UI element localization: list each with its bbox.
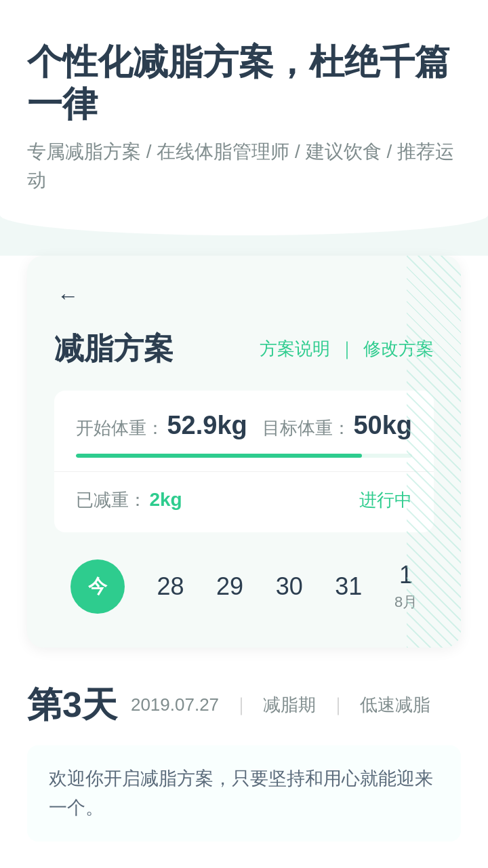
weight-start-label: 开始体重： bbox=[76, 418, 164, 438]
header-subtitle: 专属减脂方案 / 在线体脂管理师 / 建议饮食 / 推荐运动 bbox=[27, 138, 461, 195]
weight-target-label: 目标体重： bbox=[262, 418, 350, 438]
pipe-2: ｜ bbox=[329, 693, 346, 717]
calendar-today[interactable]: 今 bbox=[70, 559, 125, 614]
lost-label: 已减重： bbox=[76, 490, 146, 510]
calendar-day-29[interactable]: 29 bbox=[216, 572, 243, 601]
weight-row: 开始体重： 52.9kg 目标体重： 50kg bbox=[76, 411, 412, 440]
welcome-text: 欢迎你开启减脂方案，只要坚持和用心就能迎来一个。 bbox=[27, 745, 461, 842]
pipe-1: ｜ bbox=[232, 693, 249, 717]
tag-low-speed: 低速减脂 bbox=[360, 693, 430, 717]
day-number: 第3天 bbox=[27, 682, 117, 729]
decorative-pattern bbox=[407, 256, 461, 648]
action-divider: ｜ bbox=[338, 337, 355, 361]
wave-separator bbox=[0, 215, 488, 256]
back-arrow-icon: ← bbox=[57, 283, 79, 309]
calendar-row: 今 28 29 30 31 1 8月 bbox=[54, 546, 434, 620]
header-section: 个性化减脂方案，杜绝千篇一律 专属减脂方案 / 在线体脂管理师 / 建议饮食 /… bbox=[0, 0, 488, 215]
day-31: 31 bbox=[335, 572, 362, 601]
back-button[interactable]: ← bbox=[54, 283, 81, 310]
day-header: 第3天 2019.07.27 ｜ 减脂期 ｜ 低速减脂 bbox=[27, 682, 461, 729]
day-29: 29 bbox=[216, 572, 243, 601]
weight-box: 开始体重： 52.9kg 目标体重： 50kg 已减重： 2kg 进行中 bbox=[54, 391, 434, 532]
lost-info: 已减重： 2kg bbox=[76, 488, 182, 512]
weight-start-value: 52.9kg bbox=[167, 411, 247, 439]
weight-start: 开始体重： 52.9kg bbox=[76, 411, 247, 440]
lost-row: 已减重： 2kg 进行中 bbox=[76, 488, 412, 512]
today-circle: 今 bbox=[70, 559, 125, 614]
today-label: 今 bbox=[88, 574, 107, 599]
action-explain-button[interactable]: 方案说明 bbox=[260, 337, 330, 361]
lost-value: 2kg bbox=[149, 489, 182, 510]
calendar-day-28[interactable]: 28 bbox=[157, 572, 184, 601]
card-header: 减脂方案 方案说明 ｜ 修改方案 bbox=[54, 329, 434, 369]
weight-target-value: 50kg bbox=[353, 411, 412, 439]
weight-target: 目标体重： 50kg bbox=[262, 411, 412, 440]
progress-fill bbox=[76, 454, 362, 458]
day-30: 30 bbox=[276, 572, 303, 601]
day-28: 28 bbox=[157, 572, 184, 601]
header-title: 个性化减脂方案，杜绝千篇一律 bbox=[27, 41, 461, 125]
calendar-day-30[interactable]: 30 bbox=[276, 572, 303, 601]
day-date: 2019.07.27 bbox=[131, 694, 219, 715]
status-badge: 进行中 bbox=[359, 488, 412, 512]
calendar-day-31[interactable]: 31 bbox=[335, 572, 362, 601]
card-title: 减脂方案 bbox=[54, 329, 174, 369]
day-section: 第3天 2019.07.27 ｜ 减脂期 ｜ 低速减脂 欢迎你开启减脂方案，只要… bbox=[27, 682, 461, 842]
divider bbox=[54, 471, 434, 472]
progress-bar bbox=[76, 454, 412, 458]
tag-fat-period: 减脂期 bbox=[263, 693, 316, 717]
main-card: ← 减脂方案 方案说明 ｜ 修改方案 开始体重： 52.9kg 目标体重： 50… bbox=[27, 256, 461, 648]
